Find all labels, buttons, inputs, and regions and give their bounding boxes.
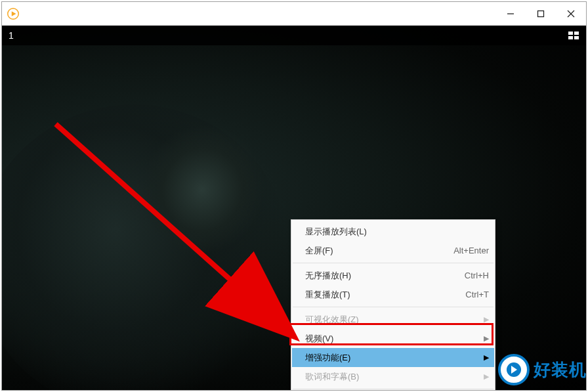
window-controls xyxy=(495,2,586,25)
submenu-arrow-icon: ▶ xyxy=(482,334,489,343)
ctx-fullscreen[interactable]: 全屏(F) Alt+Enter xyxy=(292,241,494,260)
maximize-button[interactable] xyxy=(526,2,556,25)
now-playing-overlay: 1 xyxy=(2,26,586,45)
ctx-separator xyxy=(293,307,494,307)
close-button[interactable] xyxy=(556,2,586,25)
ctx-lyrics-subtitles: 歌词和字幕(B) ▶ xyxy=(292,367,494,386)
video-viewport[interactable]: 1 显示播放列表(L) 全屏(F) Alt+Enter 无序播放(H) Ctrl… xyxy=(2,26,586,390)
ctx-visualizations: 可视化效果(Z) ▶ xyxy=(292,310,494,329)
svg-rect-3 xyxy=(538,11,544,16)
ctx-separator xyxy=(293,263,494,263)
watermark-text: 好装机 xyxy=(534,359,587,381)
track-number: 1 xyxy=(9,30,14,41)
ctx-video[interactable]: 视频(V) ▶ xyxy=(292,329,494,348)
submenu-arrow-icon: ▶ xyxy=(482,315,489,324)
minimize-button[interactable] xyxy=(495,2,526,25)
switch-view-icon[interactable] xyxy=(568,31,579,40)
watermark-play-icon xyxy=(498,354,530,385)
context-menu: 显示播放列表(L) 全屏(F) Alt+Enter 无序播放(H) Ctrl+H… xyxy=(291,219,495,390)
ctx-shuffle[interactable]: 无序播放(H) Ctrl+H xyxy=(292,266,494,285)
svg-marker-1 xyxy=(12,11,16,16)
ctx-show-playlist[interactable]: 显示播放列表(L) xyxy=(292,222,494,241)
video-silhouette xyxy=(2,91,304,390)
ctx-repeat[interactable]: 重复播放(T) Ctrl+T xyxy=(292,285,494,304)
submenu-arrow-icon: ▶ xyxy=(482,353,489,362)
ctx-enhancements[interactable]: 增强功能(E) ▶ xyxy=(292,348,494,367)
wmp-app-icon xyxy=(7,8,19,20)
watermark: 好装机 xyxy=(498,354,587,385)
app-window: 1 显示播放列表(L) 全屏(F) Alt+Enter 无序播放(H) Ctrl… xyxy=(1,1,587,391)
ctx-separator xyxy=(293,389,494,389)
titlebar xyxy=(2,2,586,26)
submenu-arrow-icon: ▶ xyxy=(482,372,489,381)
